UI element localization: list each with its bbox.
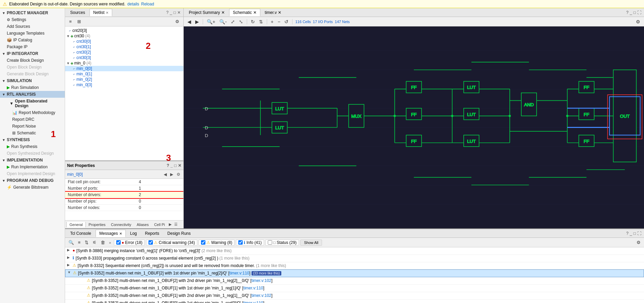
tree-item-min0-3[interactable]: ⌐ min_0[3] — [65, 82, 183, 88]
message-row[interactable]: ▶ ● [Synth 8-3886] merging instance 'cnt… — [65, 247, 644, 255]
message-row[interactable]: ▶ ℹ [Synth 8-3333] propagating constant … — [65, 255, 644, 262]
fit-view-button[interactable]: ⤢ — [230, 19, 236, 25]
nav-forward-button[interactable]: ▶ — [194, 19, 200, 25]
tab-timer-v[interactable]: timer.v ✕ — [261, 9, 285, 16]
filter-warning[interactable]: ⚠ Warning (8) — [199, 240, 235, 246]
sidebar-item-report-noise[interactable]: Report Noise — [0, 123, 65, 130]
remove-button[interactable]: − — [277, 19, 281, 25]
expand-icon[interactable]: ▶ — [67, 255, 71, 259]
collapse-all-button[interactable]: ≡ — [67, 18, 74, 25]
message-link[interactable]: timer.v:102 — [251, 293, 271, 298]
tab-netlist[interactable]: Netlist ✕ — [89, 9, 112, 16]
nav-forward-button[interactable]: ▶ — [169, 172, 174, 177]
tree-item-cnt30-3[interactable]: ⌐ cnt30[3] — [65, 55, 183, 60]
tree-item-cnt30[interactable]: ▼ ◈ cnt30 (4) — [65, 33, 183, 39]
sidebar-section-simulation[interactable]: ▼ SIMULATION — [0, 77, 65, 84]
maximize-icon[interactable]: □ — [633, 10, 636, 15]
tab-general[interactable]: General — [66, 222, 86, 227]
filter-critical-warning[interactable]: ⚠ Critical warning (34) — [146, 240, 197, 246]
tab-messages[interactable]: Messages ✕ — [96, 230, 126, 237]
flip-button[interactable]: ⇅ — [258, 19, 264, 25]
nav-back-button[interactable]: ◀ — [163, 172, 168, 177]
expand-icon[interactable]: ▶ — [67, 248, 71, 252]
details-link[interactable]: details — [127, 2, 139, 6]
reload-link[interactable]: Reload — [141, 2, 154, 6]
message-link[interactable]: timer.v:110 — [229, 271, 249, 276]
message-row-sub[interactable]: ⚠ [Synth 8-3352] multi-driven net min_1_… — [65, 277, 644, 285]
settings-button[interactable]: ⚙ — [176, 172, 181, 177]
message-row-selected[interactable]: ▼ ⚠ [Synth 8-3352] multi-driven net min_… — [65, 269, 644, 277]
sidebar-item-create-block-design[interactable]: Create Block Design — [0, 57, 65, 64]
minimize-icon[interactable]: _ — [170, 10, 172, 15]
sidebar-item-run-simulation[interactable]: ▶ Run Simulation — [0, 84, 65, 91]
expand-icon[interactable]: ▶ — [67, 263, 71, 267]
close-icon[interactable]: ✕ — [106, 11, 108, 15]
minimize-icon[interactable]: _ — [170, 163, 173, 168]
tree-item-cnt30-2[interactable]: ⌐ cnt30[2] — [65, 50, 183, 55]
sidebar-section-synthesis[interactable]: ▼ SYNTHESIS — [0, 136, 65, 143]
filter-status[interactable]: □ Status (29) — [265, 240, 299, 246]
tab-log[interactable]: Log — [126, 230, 141, 237]
help-icon[interactable]: ? — [167, 163, 169, 168]
maximize-icon[interactable]: □ — [633, 231, 636, 236]
zoom-in-button[interactable]: 🔍+ — [206, 19, 216, 25]
filter-warning-checkbox[interactable] — [201, 240, 205, 245]
filter-info-checkbox[interactable] — [238, 240, 243, 245]
tab-cell-pi[interactable]: Cell Pi — [152, 222, 168, 227]
message-row-sub[interactable]: ⚠ [Synth 8-3352] multi-driven net min_1_… — [65, 285, 644, 292]
close-icon[interactable]: ✕ — [278, 10, 281, 15]
search-button[interactable]: 🔍 — [67, 239, 75, 246]
tree-item-min0-1[interactable]: ⌐ min_0[1] — [65, 71, 183, 77]
close-panel-icon[interactable]: ✕ — [177, 10, 181, 15]
sidebar-item-report-drc[interactable]: Report DRC — [0, 116, 65, 123]
help-icon[interactable]: ? — [166, 10, 168, 15]
tree-item-min0-2[interactable]: ⌐ min_0[2] — [65, 77, 183, 82]
close-icon[interactable]: ✕ — [253, 10, 257, 15]
sidebar-section-ip-integrator[interactable]: ▼ IP INTEGRATOR — [0, 50, 65, 57]
io-ports-stat[interactable]: 17 I/O Ports — [313, 20, 333, 24]
more-options-icon[interactable]: ☰ — [173, 222, 179, 227]
sidebar-item-settings[interactable]: ⚙ Settings — [0, 16, 65, 23]
sidebar-section-project-manager[interactable]: ▼ PROJECT MANAGER — [0, 10, 65, 16]
message-row-sub[interactable]: ⚠ [Synth 8-3352] multi-driven net min_1_… — [65, 300, 644, 303]
tree-item-cnt20[interactable]: ⌐ cnt20[3] — [65, 28, 183, 33]
fullscreen-icon[interactable]: ⛶ — [637, 10, 641, 15]
close-icon[interactable]: ✕ — [221, 10, 225, 15]
filter-status-checkbox[interactable] — [268, 240, 272, 245]
filter-critical-checkbox[interactable] — [148, 240, 153, 245]
filter-button[interactable]: ⚟ — [91, 239, 98, 246]
fullscreen-icon[interactable]: ⛶ — [637, 231, 641, 236]
clear-button[interactable]: 🗑 — [99, 239, 106, 246]
expand-all-button[interactable]: ⊞ — [75, 18, 83, 25]
sidebar-item-run-implementation[interactable]: ▶ Run Implementation — [0, 164, 65, 170]
sidebar-item-generate-bitstream[interactable]: ⚡ Generate Bitstream — [0, 184, 65, 191]
minimize-icon[interactable]: _ — [630, 10, 632, 15]
sidebar-item-run-synthesis[interactable]: ▶ Run Synthesis — [0, 143, 65, 150]
help-icon[interactable]: ? — [626, 231, 628, 236]
collapse-all-button[interactable]: ≡ — [77, 239, 82, 246]
settings-button[interactable]: ⚙ — [635, 239, 642, 246]
sidebar-item-add-sources[interactable]: Add Sources — [0, 23, 65, 30]
message-row[interactable]: ▶ ⚠ [Synth 8-3332] Sequential element (c… — [65, 262, 644, 270]
tab-design-runs[interactable]: Design Runs — [164, 230, 195, 237]
cells-stat[interactable]: 116 Cells — [295, 20, 311, 24]
filter-error[interactable]: ● Error (18) — [114, 240, 145, 246]
tab-project-summary[interactable]: Project Summary ✕ — [185, 9, 228, 16]
expand-icon[interactable]: ▼ — [67, 270, 72, 274]
more-tabs-icon[interactable]: ▶ — [167, 222, 173, 227]
tab-schematic[interactable]: Schematic ✕ — [229, 9, 260, 16]
tree-item-min0-0[interactable]: ⌐ min_0[0] — [65, 66, 183, 71]
message-link[interactable]: timer.v:102 — [251, 278, 271, 283]
tab-aliases[interactable]: Aliases — [134, 222, 151, 227]
fit-selection-button[interactable]: ⤡ — [238, 19, 244, 25]
sidebar-section-program-debug[interactable]: ▼ PROGRAM AND DEBUG — [0, 177, 65, 184]
settings-button[interactable]: ⚙ — [173, 18, 181, 25]
message-link[interactable]: timer.v:110 — [243, 286, 263, 290]
filter-info[interactable]: ℹ Info (41) — [236, 240, 264, 246]
minimize-icon[interactable]: _ — [630, 231, 632, 236]
tab-reports[interactable]: Reports — [141, 230, 163, 237]
maximize-icon[interactable]: □ — [174, 10, 176, 15]
tab-properties[interactable]: Properties — [86, 222, 108, 227]
sidebar-section-rtl-analysis[interactable]: ▼ RTL ANALYSIS — [0, 91, 65, 98]
refresh-button[interactable]: ↺ — [283, 19, 289, 25]
